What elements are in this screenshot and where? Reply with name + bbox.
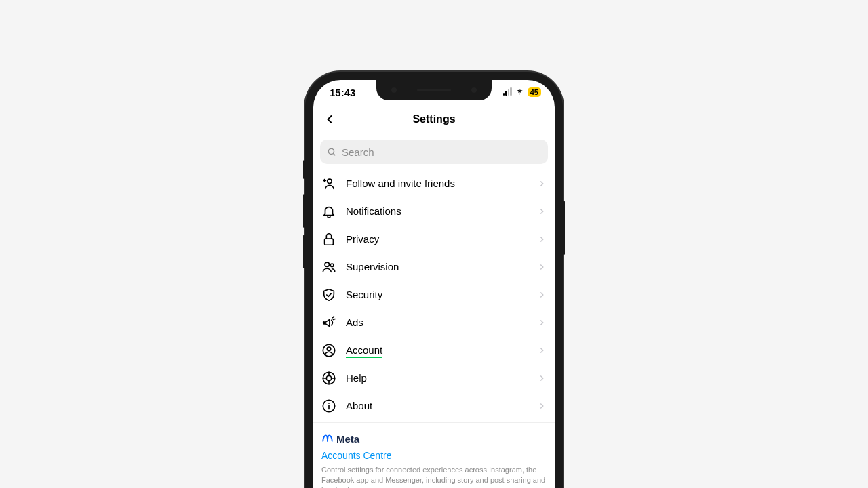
chevron-right-icon bbox=[537, 346, 547, 355]
page-title: Settings bbox=[412, 113, 455, 125]
accounts-centre-link[interactable]: Accounts Centre bbox=[321, 450, 547, 461]
menu-item-follow-invite[interactable]: Follow and invite friends bbox=[313, 169, 555, 197]
people-icon bbox=[321, 260, 336, 274]
volume-up-button bbox=[303, 194, 305, 228]
bell-icon bbox=[321, 204, 336, 219]
megaphone-icon bbox=[321, 315, 336, 330]
chevron-right-icon bbox=[537, 235, 547, 244]
power-button bbox=[563, 201, 565, 255]
chevron-right-icon bbox=[537, 207, 547, 216]
search-placeholder: Search bbox=[342, 146, 374, 158]
cellular-icon bbox=[503, 89, 512, 96]
chevron-right-icon bbox=[537, 179, 547, 188]
search-icon bbox=[327, 147, 336, 157]
volume-down-button bbox=[303, 235, 305, 268]
search-input[interactable]: Search bbox=[320, 140, 548, 164]
menu-item-notifications[interactable]: Notifications bbox=[313, 197, 555, 225]
person-add-icon bbox=[321, 176, 336, 191]
menu-item-supervision[interactable]: Supervision bbox=[313, 253, 555, 281]
svg-point-0 bbox=[519, 94, 521, 95]
svg-line-9 bbox=[333, 316, 334, 317]
status-time: 15:43 bbox=[330, 87, 355, 98]
meta-section: Meta Accounts Centre Control settings fo… bbox=[313, 423, 555, 488]
meta-logo-icon bbox=[321, 432, 334, 445]
chevron-right-icon bbox=[537, 290, 547, 300]
svg-point-1 bbox=[328, 148, 334, 154]
menu-label: Security bbox=[346, 289, 528, 300]
menu-label: About bbox=[346, 400, 528, 411]
menu-label: Follow and invite friends bbox=[346, 178, 528, 189]
menu-label: Ads bbox=[346, 317, 528, 328]
svg-point-7 bbox=[325, 262, 329, 266]
chevron-left-icon bbox=[323, 113, 336, 126]
chevron-right-icon bbox=[537, 373, 547, 383]
chevron-right-icon bbox=[537, 318, 547, 327]
svg-point-12 bbox=[327, 346, 331, 350]
svg-line-2 bbox=[333, 153, 335, 155]
svg-point-21 bbox=[328, 402, 330, 403]
menu-label: Privacy bbox=[346, 233, 528, 245]
menu-item-about[interactable]: About bbox=[313, 392, 555, 420]
account-icon bbox=[321, 343, 336, 358]
wifi-icon bbox=[515, 88, 525, 96]
menu-item-help[interactable]: Help bbox=[313, 364, 555, 392]
menu-item-account[interactable]: Account bbox=[313, 336, 555, 364]
menu-label: Help bbox=[346, 372, 528, 384]
menu-item-ads[interactable]: Ads bbox=[313, 308, 555, 336]
nav-bar: Settings bbox=[313, 104, 555, 134]
settings-list: Follow and invite friends Notifications … bbox=[313, 169, 555, 488]
meta-brand-text: Meta bbox=[336, 433, 359, 445]
svg-point-14 bbox=[326, 375, 331, 380]
menu-item-privacy[interactable]: Privacy bbox=[313, 225, 555, 253]
meta-brand: Meta bbox=[321, 432, 547, 445]
silent-switch bbox=[303, 160, 305, 179]
svg-line-10 bbox=[333, 319, 335, 319]
shield-icon bbox=[321, 287, 336, 302]
lock-icon bbox=[321, 232, 336, 247]
menu-item-security[interactable]: Security bbox=[313, 281, 555, 308]
info-icon bbox=[321, 399, 336, 413]
phone-screen: 15:43 45 Settings Search bbox=[313, 80, 555, 488]
menu-label: Supervision bbox=[346, 261, 528, 272]
menu-label: Account bbox=[346, 344, 528, 356]
back-button[interactable] bbox=[319, 108, 340, 130]
phone-notch bbox=[376, 80, 492, 100]
svg-point-8 bbox=[330, 263, 334, 266]
phone-frame: 15:43 45 Settings Search bbox=[305, 72, 563, 488]
chevron-right-icon bbox=[537, 262, 547, 272]
svg-rect-6 bbox=[325, 239, 334, 245]
svg-point-3 bbox=[328, 179, 332, 183]
help-icon bbox=[321, 371, 336, 386]
chevron-right-icon bbox=[537, 401, 547, 411]
meta-description: Control settings for connected experienc… bbox=[321, 465, 547, 488]
menu-label: Notifications bbox=[346, 205, 528, 217]
battery-badge: 45 bbox=[528, 87, 541, 97]
